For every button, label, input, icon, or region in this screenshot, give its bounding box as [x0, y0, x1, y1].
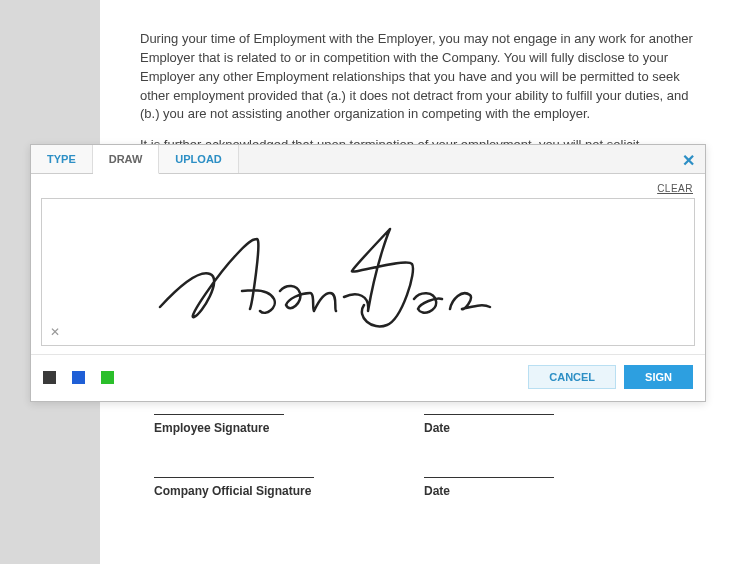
- close-icon[interactable]: ✕: [682, 151, 695, 170]
- cancel-button[interactable]: CANCEL: [528, 365, 616, 389]
- company-date-label: Date: [424, 484, 554, 498]
- company-signature-block: Company Official Signature: [154, 477, 314, 498]
- signature-modal: TYPE DRAW UPLOAD ✕ CLEAR ✕ CANCEL SIGN: [30, 144, 706, 402]
- signature-row-2: Company Official Signature Date: [140, 477, 694, 498]
- employee-date-label: Date: [424, 421, 554, 435]
- signature-row-1: Employee Signature Date: [140, 414, 694, 435]
- employee-signature-block: Employee Signature: [154, 414, 284, 435]
- employee-date-line[interactable]: [424, 414, 554, 415]
- company-date-line[interactable]: [424, 477, 554, 478]
- signature-modal-footer: CANCEL SIGN: [31, 354, 705, 401]
- contract-paragraph-1: During your time of Employment with the …: [140, 30, 694, 124]
- tab-draw[interactable]: DRAW: [93, 145, 160, 174]
- clear-row: CLEAR: [31, 174, 705, 196]
- signature-modal-tabs: TYPE DRAW UPLOAD ✕: [31, 145, 705, 174]
- canvas-clear-icon[interactable]: ✕: [50, 325, 60, 339]
- company-signature-label: Company Official Signature: [154, 484, 314, 498]
- company-signature-line[interactable]: [154, 477, 314, 478]
- tab-upload[interactable]: UPLOAD: [159, 145, 238, 173]
- signature-canvas[interactable]: ✕: [41, 198, 695, 346]
- tab-type[interactable]: TYPE: [31, 145, 93, 173]
- company-date-block: Date: [424, 477, 554, 498]
- color-swatch-blue[interactable]: [72, 371, 85, 384]
- signature-stroke: [42, 199, 696, 345]
- employee-signature-line[interactable]: [154, 414, 284, 415]
- clear-button[interactable]: CLEAR: [657, 183, 693, 194]
- sign-button[interactable]: SIGN: [624, 365, 693, 389]
- color-swatch-black[interactable]: [43, 371, 56, 384]
- employee-signature-label: Employee Signature: [154, 421, 284, 435]
- employee-date-block: Date: [424, 414, 554, 435]
- color-swatch-green[interactable]: [101, 371, 114, 384]
